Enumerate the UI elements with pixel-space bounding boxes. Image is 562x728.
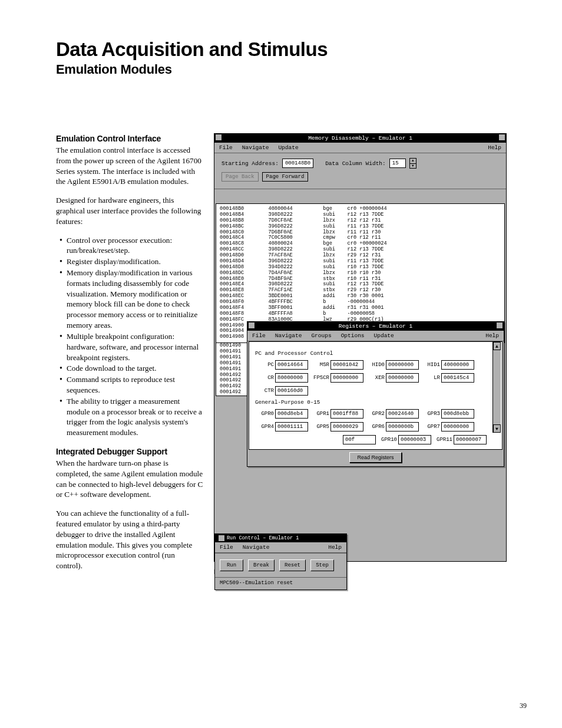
menu-groups[interactable]: Groups (311, 332, 331, 339)
menu-navigate[interactable]: Navigate (242, 144, 269, 151)
register-label: XER (366, 375, 385, 381)
scrollbar[interactable]: ▲ ▼ (492, 342, 501, 433)
register-value[interactable]: 0000000b (386, 422, 419, 431)
register-label: GPR5 (310, 424, 329, 430)
menu-help[interactable]: Help (488, 144, 501, 151)
register-cell: GPR0000d8eb4 (255, 409, 308, 419)
register-label: CR (255, 375, 274, 381)
menu-file[interactable]: File (252, 332, 266, 339)
window-titlebar-runcontrol[interactable]: Run Control – Emulator 1 (215, 534, 346, 542)
register-label: GPR7 (421, 424, 440, 430)
menu-file[interactable]: File (219, 144, 233, 151)
register-cell: GPR500000029 (310, 422, 363, 431)
register-group-label: PC and Processor Control (255, 350, 496, 357)
register-label: LR (421, 375, 440, 381)
window-titlebar-memory[interactable]: Memory Disassembly – Emulator 1 (214, 134, 506, 143)
window-title: Run Control – Emulator 1 (227, 535, 299, 541)
register-cell: GPR60000000b (366, 422, 419, 431)
window-menu-icon[interactable] (249, 322, 254, 328)
register-value[interactable]: 0001ff88 (330, 409, 363, 419)
register-value[interactable]: 80000000 (275, 373, 308, 383)
register-cell: GPR700000000 (421, 422, 474, 431)
list-item: Command scripts to reproduce test sequen… (56, 374, 203, 396)
menu-help[interactable]: Help (485, 332, 499, 339)
register-value[interactable]: 00000007 (454, 435, 487, 444)
register-cell: HID000000000 (366, 360, 419, 370)
register-label: FPSCR (310, 375, 329, 381)
menu-navigate[interactable]: Navigate (243, 544, 270, 551)
step-button[interactable]: Step (310, 559, 334, 571)
menu-options[interactable]: Options (341, 332, 365, 339)
list-item: Code download to the target. (56, 363, 203, 374)
register-value[interactable]: 00000000 (330, 373, 363, 383)
scroll-up-icon[interactable]: ▲ (493, 342, 501, 350)
run-button[interactable]: Run (220, 559, 243, 571)
menu-navigate[interactable]: Navigate (275, 332, 302, 339)
register-value[interactable]: 000d8eb4 (275, 409, 308, 419)
run-status-text: MPC509--Emulation reset (215, 578, 346, 589)
starting-address-input[interactable]: 000148B0 (282, 159, 313, 168)
address-column-tail: 0001490000149100014910001491000149100014… (216, 343, 247, 396)
window-menu-icon[interactable] (219, 535, 224, 541)
window-resize-icon[interactable] (499, 134, 505, 140)
register-label: GPR6 (366, 424, 385, 430)
menu-update[interactable]: Update (374, 332, 394, 339)
list-item: Control over processor execution: run/br… (56, 235, 203, 256)
data-column-width-label: Data Column Width: (325, 160, 386, 167)
data-column-width-input[interactable]: 15 (389, 159, 406, 168)
starting-address-label: Starting Address: (222, 160, 279, 167)
body-text: When the hardware turn-on phase is compl… (56, 458, 203, 500)
page-number: 39 (520, 701, 527, 710)
window-title: Registers – Emulator 1 (339, 323, 412, 330)
spinner-icon[interactable]: ▲▼ (409, 158, 416, 169)
register-value[interactable]: 40000000 (441, 360, 474, 370)
register-cell: 00f (323, 435, 376, 444)
menubar-registers: File Navigate Groups Options Update Help (247, 331, 504, 341)
register-value[interactable]: 00001111 (275, 422, 308, 431)
list-item: Multiple breakpoint configuration: hardw… (56, 331, 203, 363)
register-label: GPR4 (255, 424, 274, 430)
window-resize-icon[interactable] (497, 322, 503, 328)
register-value[interactable]: 00024640 (386, 409, 419, 419)
menu-update[interactable]: Update (278, 144, 298, 151)
page-forward-button[interactable]: Page Forward (262, 172, 309, 182)
register-value[interactable]: 00f (343, 435, 376, 444)
register-value[interactable]: 00014664 (275, 360, 308, 370)
register-value[interactable]: 00000029 (330, 422, 363, 431)
menu-file[interactable]: File (220, 544, 233, 551)
register-label: GPR10 (378, 437, 397, 443)
register-cell: GPR3000d8ebb (421, 409, 474, 419)
menu-help[interactable]: Help (328, 544, 342, 551)
register-label: MSR (310, 362, 329, 368)
register-value[interactable]: 00000000 (441, 422, 474, 431)
register-group-label: General-Purpose 0-15 (255, 399, 496, 406)
window-titlebar-registers[interactable]: Registers – Emulator 1 (247, 322, 504, 331)
section-heading-debugger: Integrated Debugger Support (56, 446, 203, 457)
read-registers-button[interactable]: Read Registers (349, 452, 401, 463)
page-back-button[interactable]: Page Back (222, 172, 259, 182)
register-value[interactable]: 000d8ebb (441, 409, 474, 419)
list-item: The ability to trigger a measurement mod… (56, 396, 203, 438)
reset-button[interactable]: Reset (279, 559, 306, 571)
scroll-down-icon[interactable]: ▼ (493, 424, 501, 433)
register-value[interactable]: 00001042 (330, 360, 363, 370)
break-button[interactable]: Break (248, 559, 275, 571)
register-value[interactable]: 00000000 (386, 360, 419, 370)
figure-screenshot: Memory Disassembly – Emulator 1 File Nav… (214, 133, 507, 562)
menubar-memory: File Navigate Update Help (214, 143, 506, 153)
register-label: PC (255, 362, 274, 368)
register-label: GPR0 (255, 411, 274, 417)
register-cell: GPR1100000007 (434, 435, 487, 444)
register-label: GPR1 (310, 411, 329, 417)
register-value[interactable]: 00000003 (398, 435, 431, 444)
register-value[interactable]: 00000000 (386, 373, 419, 383)
register-value[interactable]: 000145c4 (441, 373, 474, 383)
register-cell: GPR1000000003 (378, 435, 431, 444)
body-text: The emulation control interface is acces… (56, 145, 203, 187)
register-cell: CR80000000 (255, 373, 308, 383)
address-tail: 0001492 (220, 390, 243, 396)
section-heading-emulation: Emulation Control Interface (56, 133, 203, 144)
register-value[interactable]: 000160d0 (275, 386, 308, 396)
window-menu-icon[interactable] (216, 134, 222, 140)
left-column: Emulation Control Interface The emulatio… (56, 133, 203, 579)
